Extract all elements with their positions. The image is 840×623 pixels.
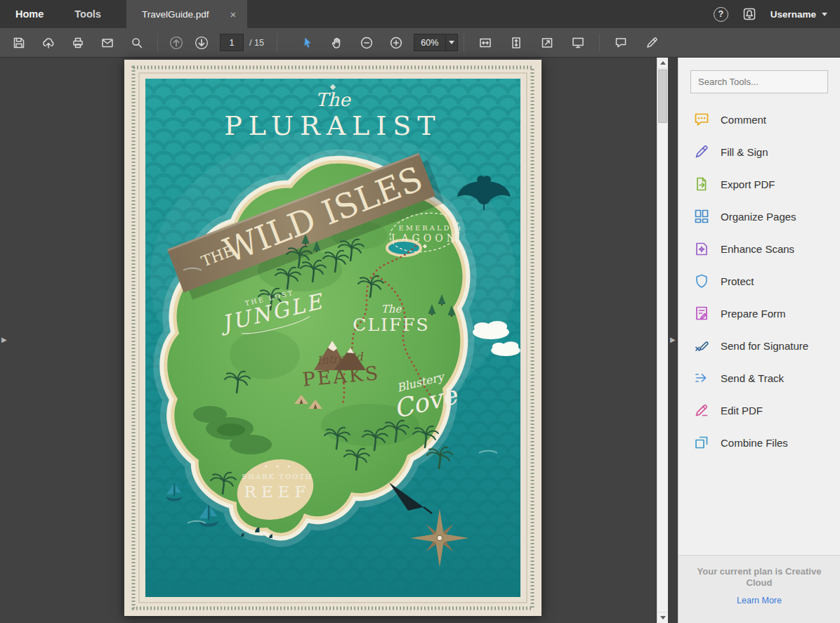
toolbar-separator <box>157 34 158 52</box>
triangle-down-icon <box>660 616 666 619</box>
sidebar-item-prepare-form[interactable]: Prepare Form <box>678 297 840 329</box>
zoom-in-button[interactable] <box>381 28 411 58</box>
zoom-level-dropdown[interactable]: 60% <box>414 34 458 51</box>
sidebar-item-label: Send & Track <box>721 372 784 384</box>
share-file-button[interactable] <box>34 28 63 58</box>
fit-width-button[interactable] <box>470 28 501 58</box>
help-icon[interactable]: ? <box>714 7 728 22</box>
next-page-button[interactable] <box>189 28 214 58</box>
panel-edge-strip: ▶ <box>668 58 678 623</box>
svg-text:CLIFFS: CLIFFS <box>353 315 429 335</box>
sidebar-item-fill-sign[interactable]: Fill & Sign <box>678 136 840 168</box>
svg-text:REEF: REEF <box>244 483 311 501</box>
sidebar-item-send-track[interactable]: Send & Track <box>678 362 840 394</box>
sidebar-item-label: Send for Signature <box>721 340 808 352</box>
toolbar-separator <box>464 34 464 52</box>
sidebar-item-protect[interactable]: Protect <box>678 265 840 297</box>
home-tab[interactable]: Home <box>0 0 59 28</box>
sidebar-item-label: Export PDF <box>721 178 775 190</box>
select-tool-button[interactable] <box>293 28 322 58</box>
search-button[interactable] <box>122 28 152 58</box>
svg-text:EMERALD: EMERALD <box>398 224 451 232</box>
sidebar-item-export-pdf[interactable]: Export PDF <box>678 168 840 200</box>
pen-nib-icon <box>693 143 710 160</box>
highlighter-tool-button[interactable] <box>636 28 667 58</box>
sidebar-item-label: Prepare Form <box>721 308 786 320</box>
svg-text:SHARK TOOTH: SHARK TOOTH <box>242 473 313 480</box>
shield-icon <box>693 273 710 289</box>
document-sparkle-icon <box>693 240 710 257</box>
previous-page-button[interactable] <box>164 28 189 58</box>
zoom-level-value: 60% <box>414 38 445 48</box>
wild-isles-map-poster: The PLURALIST <box>124 60 542 616</box>
sidebar-item-comment[interactable]: Comment <box>678 103 840 136</box>
document-canvas: ▶ <box>0 58 668 623</box>
titlebar-right: ? Username <box>714 0 840 28</box>
left-panel-expand-icon[interactable]: ▶ <box>1 336 7 343</box>
sidebar-item-label: Combine Files <box>721 437 788 449</box>
hand-tool-button[interactable] <box>322 28 352 58</box>
send-arrow-icon <box>693 369 710 386</box>
document-arrow-icon <box>693 176 710 192</box>
plan-box: Your current plan is Creative Cloud Lear… <box>678 555 840 623</box>
sidebar-item-send-for-signature[interactable]: Send for Signature <box>678 329 840 362</box>
learn-more-link[interactable]: Learn More <box>737 596 782 605</box>
username-menu[interactable]: Username <box>770 9 827 20</box>
triangle-up-icon <box>660 61 666 65</box>
pencil-icon <box>693 402 710 419</box>
signature-pen-icon <box>693 337 710 354</box>
scroll-up-button[interactable] <box>657 58 668 69</box>
toolbar-separator <box>277 34 277 52</box>
document-tab[interactable]: TravelGuide.pdf × <box>126 0 247 28</box>
sidebar-item-label: Enhance Scans <box>721 243 794 255</box>
chevron-down-icon <box>822 13 827 16</box>
page-total-label: / 15 <box>249 38 264 48</box>
zoom-caret[interactable] <box>445 34 457 51</box>
sidebar-item-enhance-scans[interactable]: Enhance Scans <box>678 232 840 265</box>
page-number-input[interactable] <box>220 34 244 51</box>
comment-tool-button[interactable] <box>605 28 636 58</box>
plan-text: Your current plan is Creative Cloud <box>695 566 823 589</box>
scroll-down-button[interactable] <box>657 612 668 623</box>
notifications-icon[interactable] <box>742 7 756 21</box>
tools-sidebar: Comment Fill & Sign Export PDF <box>678 58 840 623</box>
print-button[interactable] <box>63 28 93 58</box>
pages-grid-icon <box>693 208 710 225</box>
zoom-out-button[interactable] <box>352 28 381 58</box>
document-tab-label: TravelGuide.pdf <box>142 9 209 20</box>
form-document-icon <box>693 305 710 322</box>
workarea: ▶ <box>0 58 840 623</box>
titlebar: Home Tools TravelGuide.pdf × ? Username <box>0 0 840 28</box>
acrobat-window: Home Tools TravelGuide.pdf × ? Username <box>0 0 840 623</box>
toolbar: / 15 60% <box>0 28 840 58</box>
svg-text:The: The <box>315 89 351 110</box>
cursor-arrow-icon <box>304 37 310 47</box>
sidebar-item-combine-files[interactable]: Combine Files <box>678 426 840 459</box>
close-tab-icon[interactable]: × <box>230 9 236 20</box>
scrollbar-thumb[interactable] <box>658 70 667 123</box>
svg-text:PLURALIST: PLURALIST <box>224 110 441 141</box>
tools-tab[interactable]: Tools <box>59 0 117 28</box>
read-mode-button[interactable] <box>563 28 593 58</box>
sidebar-item-edit-pdf[interactable]: Edit PDF <box>678 394 840 426</box>
pdf-page[interactable]: The PLURALIST <box>124 60 542 616</box>
fullscreen-button[interactable] <box>532 28 563 58</box>
sidebar-item-label: Comment <box>721 114 766 126</box>
vertical-scrollbar[interactable] <box>657 58 668 623</box>
email-button[interactable] <box>93 28 122 58</box>
svg-text:The: The <box>381 303 402 315</box>
save-button[interactable] <box>4 28 34 58</box>
right-panel-collapse-icon[interactable]: ▶ <box>670 336 676 343</box>
comment-bubble-icon <box>693 111 710 128</box>
sidebar-item-label: Edit PDF <box>721 405 763 417</box>
stacked-files-icon <box>693 434 710 451</box>
fit-page-button[interactable] <box>501 28 532 58</box>
sidebar-item-label: Fill & Sign <box>721 146 768 158</box>
sidebar-item-organize-pages[interactable]: Organize Pages <box>678 200 840 232</box>
sidebar-item-label: Organize Pages <box>721 211 796 223</box>
toolbar-separator <box>599 34 600 52</box>
chevron-down-icon <box>449 41 454 44</box>
sidebar-item-label: Protect <box>721 275 754 287</box>
tools-search-input[interactable] <box>698 77 820 87</box>
tools-search-box[interactable] <box>690 70 828 93</box>
